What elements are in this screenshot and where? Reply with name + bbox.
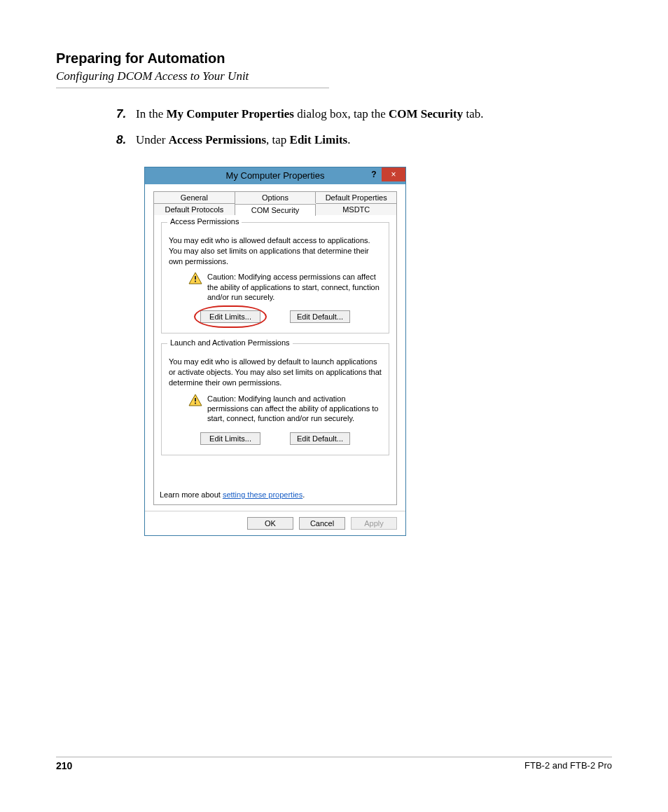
launch-permissions-text: You may edit who is allowed by default t…	[169, 357, 382, 388]
edit-limits-highlight: Edit Limits...	[200, 310, 260, 323]
tab-options[interactable]: Options	[235, 191, 316, 203]
learn-more-row: Learn more about setting these propertie…	[160, 490, 391, 499]
cancel-button[interactable]: Cancel	[299, 517, 345, 530]
access-caution-text: Caution: Modifying access permissions ca…	[207, 272, 382, 302]
step-number: 7.	[116, 106, 136, 123]
groupbox-legend: Access Permissions	[167, 217, 242, 226]
my-computer-properties-dialog: My Computer Properties ? × General Optio…	[144, 167, 406, 536]
close-button[interactable]: ×	[382, 167, 405, 181]
step-8: 8. Under Access Permissions, tap Edit Li…	[116, 132, 612, 149]
access-permissions-text: You may edit who is allowed default acce…	[169, 235, 382, 267]
com-security-panel: Access Permissions You may edit who is a…	[153, 215, 397, 505]
step-body: In the My Computer Properties dialog box…	[136, 106, 612, 123]
tabs-row-1: General Options Default Properties	[153, 191, 397, 203]
svg-rect-5	[195, 402, 196, 404]
step-body: Under Access Permissions, tap Edit Limit…	[136, 132, 612, 149]
learn-more-link[interactable]: setting these properties	[223, 490, 302, 499]
tabs-row-2: Default Protocols COM Security MSDTC	[153, 203, 397, 215]
svg-rect-4	[195, 398, 196, 401]
ok-button[interactable]: OK	[247, 517, 293, 530]
access-edit-limits-button[interactable]: Edit Limits...	[200, 310, 260, 323]
titlebar[interactable]: My Computer Properties ? ×	[145, 167, 405, 184]
step-number: 8.	[116, 132, 136, 149]
footer-rule	[56, 757, 612, 757]
tab-com-security[interactable]: COM Security	[235, 204, 316, 216]
dialog-footer: OK Cancel Apply	[145, 511, 405, 535]
access-permissions-group: Access Permissions You may edit who is a…	[161, 222, 389, 333]
footer-product-name: FTB-2 and FTB-2 Pro	[524, 760, 612, 771]
warning-icon	[188, 272, 202, 284]
learn-more-prefix: Learn more about	[160, 490, 223, 499]
help-button[interactable]: ?	[366, 167, 382, 181]
tab-msdtc[interactable]: MSDTC	[316, 203, 397, 215]
learn-more-suffix: .	[302, 490, 305, 499]
tab-default-properties[interactable]: Default Properties	[316, 191, 397, 203]
groupbox-legend: Launch and Activation Permissions	[167, 338, 293, 347]
warning-icon	[188, 394, 202, 406]
page-title: Preparing for Automation	[56, 50, 612, 67]
launch-edit-default-button[interactable]: Edit Default...	[290, 432, 350, 445]
launch-activation-group: Launch and Activation Permissions You ma…	[161, 343, 389, 455]
header-rule	[56, 88, 329, 88]
apply-button[interactable]: Apply	[351, 517, 397, 530]
launch-caution-text: Caution: Modifying launch and activation…	[207, 394, 382, 424]
svg-rect-2	[195, 281, 196, 282]
access-edit-default-button[interactable]: Edit Default...	[290, 310, 350, 323]
page-number: 210	[56, 760, 72, 771]
tab-default-protocols[interactable]: Default Protocols	[153, 203, 235, 215]
tab-general[interactable]: General	[153, 191, 235, 203]
step-7: 7. In the My Computer Properties dialog …	[116, 106, 612, 123]
svg-rect-1	[195, 276, 196, 280]
page-subtitle: Configuring DCOM Access to Your Unit	[56, 69, 612, 83]
launch-edit-limits-button[interactable]: Edit Limits...	[200, 432, 260, 445]
